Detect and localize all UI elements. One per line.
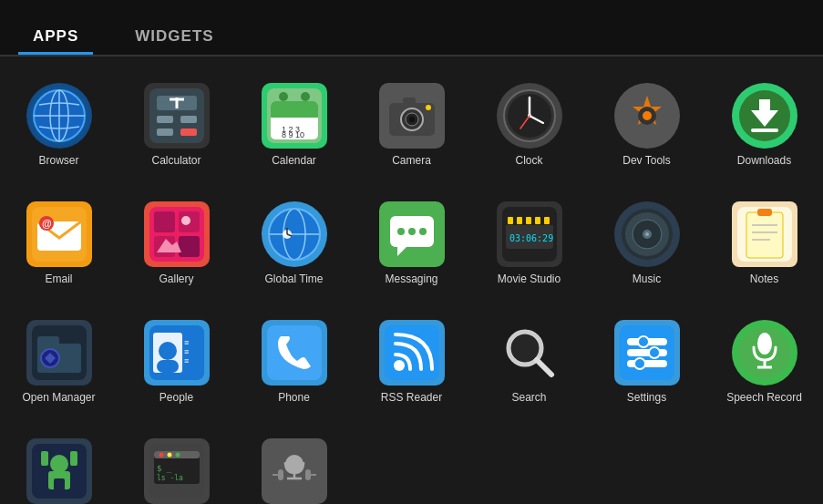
app-item-settings[interactable]: Settings — [588, 303, 705, 421]
svg-rect-69 — [526, 217, 531, 224]
svg-point-36 — [643, 111, 652, 120]
svg-point-113 — [50, 455, 68, 473]
svg-rect-8 — [180, 116, 197, 123]
svg-rect-68 — [517, 217, 522, 224]
app-label-moviestudio: Movie Studio — [498, 273, 561, 285]
app-icon-phone — [262, 320, 327, 386]
app-label-music: Music — [633, 273, 661, 285]
app-label-speechrecord: Speech Record — [726, 391, 802, 404]
app-icon-search — [497, 320, 562, 386]
svg-rect-7 — [157, 116, 173, 123]
app-label-people: People — [159, 391, 193, 404]
app-label-messaging: Messaging — [385, 273, 437, 285]
app-icon-email: @ — [26, 201, 92, 267]
app-icon-calculator — [144, 83, 210, 149]
svg-text:≡: ≡ — [184, 347, 189, 356]
app-item-browser[interactable]: Browser — [0, 66, 118, 184]
app-label-gallery: Gallery — [159, 273, 193, 285]
app-item-email[interactable]: @Email — [0, 184, 118, 303]
app-item-music[interactable]: Music — [588, 184, 705, 303]
svg-point-77 — [645, 232, 649, 236]
svg-rect-10 — [180, 129, 197, 136]
svg-text:03:06:29: 03:06:29 — [509, 233, 553, 243]
app-icon-downloads — [732, 83, 797, 149]
svg-point-62 — [419, 228, 427, 235]
app-item-speechrecord[interactable]: Speech Record — [705, 303, 823, 421]
app-icon-rssreader — [379, 320, 445, 386]
app-item-notes[interactable]: Notes — [705, 184, 823, 303]
svg-point-107 — [634, 358, 645, 369]
svg-point-97 — [394, 360, 405, 371]
app-icon-devtools — [614, 83, 680, 149]
app-label-search: Search — [511, 391, 546, 404]
svg-point-49 — [181, 216, 190, 225]
svg-rect-9 — [157, 129, 173, 136]
svg-point-105 — [638, 336, 649, 347]
svg-text:ls -la: ls -la — [157, 474, 183, 482]
app-item-search[interactable]: Search — [470, 303, 588, 421]
app-item-gallery[interactable]: Gallery — [118, 184, 235, 303]
app-item-superuser[interactable]: Superuser — [0, 421, 118, 504]
app-icon-messaging — [379, 201, 445, 267]
app-label-downloads: Downloads — [737, 154, 791, 167]
app-item-downloads[interactable]: Downloads — [705, 66, 823, 184]
app-icon-globaltime — [262, 201, 327, 267]
app-label-settings: Settings — [627, 391, 666, 404]
app-item-camera[interactable]: Camera — [353, 66, 470, 184]
app-item-calendar[interactable]: 1 2 38 9 10Calendar — [235, 66, 353, 184]
svg-point-25 — [409, 117, 415, 122]
app-label-openmanager: Open Manager — [22, 391, 95, 404]
svg-point-18 — [301, 92, 310, 101]
svg-rect-115 — [54, 478, 65, 491]
app-icon-music — [614, 201, 680, 267]
svg-rect-91 — [157, 360, 179, 373]
app-icon-notes — [732, 201, 797, 267]
svg-point-109 — [757, 333, 772, 355]
svg-rect-70 — [535, 217, 540, 224]
app-item-openmanager[interactable]: Open Manager — [0, 303, 118, 421]
app-label-browser: Browser — [38, 154, 78, 167]
app-label-rssreader: RSS Reader — [381, 391, 442, 404]
svg-rect-104 — [627, 360, 667, 367]
app-item-calculator[interactable]: Calculator — [118, 66, 235, 184]
svg-text:≡: ≡ — [184, 356, 189, 365]
app-item-terminalemulator[interactable]: $ _ls -laTerminal Emula... — [118, 421, 235, 504]
tab-widgets[interactable]: WIDGETS — [120, 18, 228, 55]
svg-point-122 — [167, 453, 171, 458]
svg-rect-116 — [41, 451, 48, 466]
app-label-clock: Clock — [515, 154, 542, 167]
app-item-clock[interactable]: Clock — [470, 66, 588, 184]
svg-point-90 — [159, 342, 177, 360]
app-icon-gallery — [144, 201, 210, 267]
app-item-messaging[interactable]: Messaging — [353, 184, 470, 303]
svg-rect-95 — [267, 325, 322, 380]
app-icon-people: ≡≡≡ — [144, 320, 210, 386]
svg-rect-117 — [70, 451, 77, 466]
app-item-moviestudio[interactable]: 03:06:29Movie Studio — [470, 184, 588, 303]
svg-point-60 — [397, 228, 405, 235]
svg-rect-45 — [154, 211, 175, 232]
svg-rect-39 — [751, 129, 778, 132]
svg-point-106 — [649, 347, 660, 358]
app-icon-voicedialer — [262, 438, 327, 504]
app-item-devtools[interactable]: Dev Tools — [588, 66, 705, 184]
svg-rect-103 — [627, 349, 667, 356]
app-item-phone[interactable]: Phone — [235, 303, 353, 421]
app-label-notes: Notes — [750, 273, 778, 285]
svg-point-61 — [408, 228, 416, 235]
svg-text:@: @ — [42, 218, 52, 229]
header: APPSWIDGETS — [0, 0, 823, 55]
app-item-voicedialer[interactable]: Voice Dialer — [235, 421, 353, 504]
app-item-rssreader[interactable]: RSS Reader — [353, 303, 470, 421]
svg-line-100 — [537, 360, 551, 375]
tab-apps[interactable]: APPS — [18, 18, 93, 55]
app-label-devtools: Dev Tools — [622, 154, 670, 167]
app-item-people[interactable]: ≡≡≡People — [118, 303, 235, 421]
svg-rect-83 — [757, 209, 772, 216]
svg-point-27 — [426, 105, 431, 110]
svg-point-17 — [279, 92, 288, 101]
app-label-camera: Camera — [392, 154, 431, 167]
app-label-globaltime: Global Time — [264, 273, 323, 285]
svg-point-121 — [159, 453, 163, 458]
app-item-globaltime[interactable]: Global Time — [235, 184, 353, 303]
